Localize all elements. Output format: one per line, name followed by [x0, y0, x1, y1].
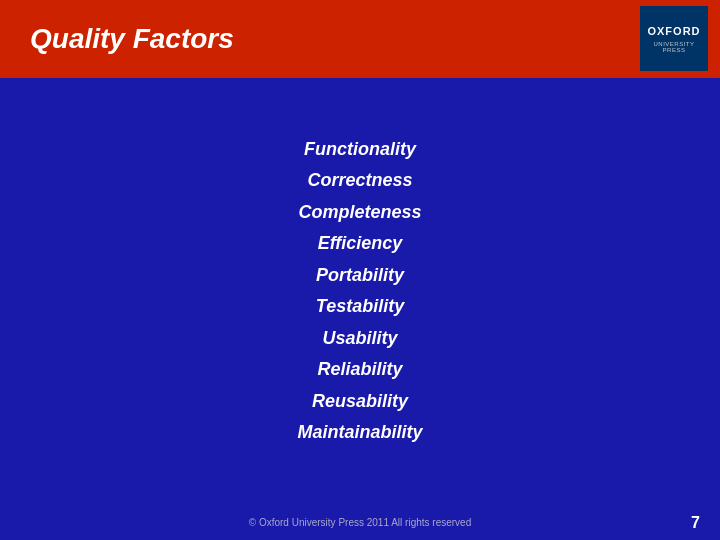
list-item: Efficiency: [297, 228, 422, 260]
list-item: Reusability: [297, 386, 422, 418]
slide-content: FunctionalityCorrectnessCompletenessEffi…: [0, 78, 720, 504]
oxford-logo-name: OXFORD: [647, 24, 700, 38]
slide-title: Quality Factors: [30, 23, 234, 55]
list-item: Testability: [297, 291, 422, 323]
list-item: Functionality: [297, 134, 422, 166]
slide: Quality Factors OXFORD UNIVERSITY PRESS …: [0, 0, 720, 540]
list-item: Maintainability: [297, 417, 422, 449]
slide-footer: © Oxford University Press 2011 All right…: [0, 504, 720, 540]
oxford-logo: OXFORD UNIVERSITY PRESS: [640, 6, 708, 71]
list-item: Completeness: [297, 197, 422, 229]
list-item: Reliability: [297, 354, 422, 386]
list-item: Portability: [297, 260, 422, 292]
list-item: Usability: [297, 323, 422, 355]
quality-factors-list: FunctionalityCorrectnessCompletenessEffi…: [297, 134, 422, 449]
slide-header: Quality Factors OXFORD UNIVERSITY PRESS: [0, 0, 720, 78]
copyright-text: © Oxford University Press 2011 All right…: [249, 517, 471, 528]
oxford-logo-subtitle: UNIVERSITY PRESS: [644, 41, 704, 53]
list-item: Correctness: [297, 165, 422, 197]
page-number: 7: [691, 514, 700, 532]
